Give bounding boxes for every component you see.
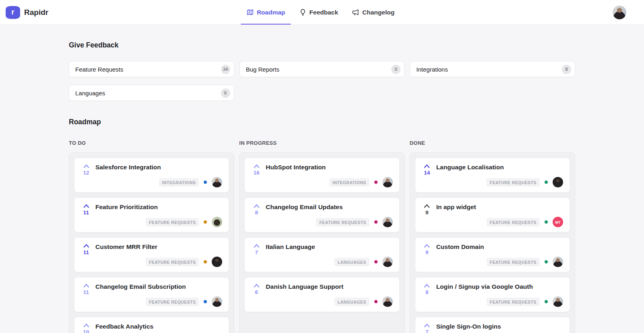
author-avatar: MT: [553, 217, 563, 227]
vote-count: 8: [425, 289, 429, 295]
board-card-languages[interactable]: Languages 6: [69, 85, 234, 101]
chevron-up-icon: [83, 163, 90, 169]
chevron-up-icon: [423, 323, 430, 328]
status-ring-icon: [545, 260, 548, 263]
board-card-feature-requests[interactable]: Feature Requests 34: [69, 61, 234, 77]
roadmap-card[interactable]: 6 Danish Language Support LANGUAGES: [244, 277, 399, 312]
upvote-button[interactable]: 14: [422, 163, 432, 176]
author-avatar: [382, 296, 393, 307]
kanban-column-to-do: 12 Salesforce Integration INTEGRATIONS 1…: [69, 152, 234, 333]
status-ring-icon: [204, 260, 207, 263]
board-count-badge: 0: [391, 65, 400, 74]
roadmap-card[interactable]: 9 Custom Domain FEATURE REQUESTS: [415, 237, 570, 272]
upvote-button[interactable]: 11: [81, 243, 91, 255]
card-title: Changelog Email Subscription: [95, 283, 186, 290]
vote-count: 7: [255, 249, 258, 255]
card-title: Single Sign-On logins: [436, 323, 501, 330]
status-ring-icon: [204, 220, 207, 224]
column-header-in-progress: IN PROGRESS: [239, 140, 405, 146]
roadmap-card[interactable]: 11 Changelog Email Subscription FEATURE …: [74, 277, 229, 312]
author-avatar: [553, 296, 563, 307]
author-avatar: [212, 217, 222, 227]
roadmap-card[interactable]: 12 Salesforce Integration INTEGRATIONS: [74, 158, 229, 193]
vote-count: 11: [83, 289, 89, 295]
roadmap-card[interactable]: 14 Language Localisation FEATURE REQUEST…: [415, 158, 570, 193]
board-tag: FEATURE REQUESTS: [487, 258, 540, 266]
nav-tab-roadmap[interactable]: Roadmap: [241, 0, 291, 25]
vote-count: 14: [424, 170, 430, 176]
card-title: Customer MRR Filter: [95, 243, 157, 251]
board-card-integrations[interactable]: Integrations 8: [410, 61, 575, 77]
chevron-up-icon: [253, 203, 260, 209]
board-tag: FEATURE REQUESTS: [316, 218, 369, 226]
author-avatar: [212, 296, 222, 307]
nav-tab-feedback[interactable]: Feedback: [293, 0, 344, 25]
status-ring-icon: [374, 181, 378, 184]
board-tag: FEATURE REQUESTS: [487, 178, 540, 187]
upvote-button[interactable]: 8: [251, 203, 262, 216]
board-tag: LANGUAGES: [334, 298, 369, 306]
upvote-button[interactable]: 11: [81, 283, 91, 295]
board-card-bug-reports[interactable]: Bug Reports 0: [239, 61, 405, 77]
vote-count: 6: [255, 289, 258, 295]
roadmap-card[interactable]: 11 Customer MRR Filter FEATURE REQUESTS: [74, 237, 229, 272]
upvote-button[interactable]: 9: [422, 243, 432, 255]
map-icon: [246, 8, 254, 16]
upvote-button[interactable]: 12: [81, 163, 91, 176]
card-title: Feature Prioritization: [95, 203, 158, 211]
card-title: Changelog Email Updates: [266, 203, 343, 211]
board-name: Integrations: [416, 66, 448, 73]
board-count-badge: 6: [221, 88, 230, 98]
vote-count: 8: [255, 210, 258, 216]
board-tag: FEATURE REQUESTS: [146, 258, 199, 266]
brand-name: Rapidr: [24, 8, 48, 17]
upvote-button[interactable]: 8: [422, 283, 432, 295]
chevron-up-icon: [423, 243, 430, 249]
chevron-up-icon: [83, 323, 90, 328]
status-ring-icon: [204, 181, 207, 184]
chevron-up-icon: [83, 243, 90, 249]
card-title: Italian Language: [266, 243, 315, 251]
roadmap-card[interactable]: 8 Login / Signup via Google Oauth FEATUR…: [415, 277, 570, 312]
roadmap-card[interactable]: 10 Feedback Analytics FEATURE REQUESTS: [74, 317, 229, 333]
vote-count: 7: [425, 329, 429, 333]
chevron-up-icon: [253, 163, 260, 169]
upvote-button[interactable]: 7: [251, 243, 262, 255]
vote-count: 10: [83, 329, 89, 333]
upvote-button[interactable]: 9: [422, 203, 432, 216]
status-ring-icon: [545, 220, 548, 224]
roadmap-card[interactable]: 11 Feature Prioritization FEATURE REQUES…: [74, 197, 229, 232]
kanban-column-headers: TO DOIN PROGRESSDONE: [69, 140, 575, 146]
card-title: Danish Language Support: [266, 283, 343, 290]
board-tag: FEATURE REQUESTS: [146, 298, 199, 306]
card-title: Language Localisation: [436, 163, 504, 171]
upvote-button[interactable]: 7: [422, 323, 432, 333]
chevron-up-icon: [423, 163, 430, 169]
board-tag: INTEGRATIONS: [329, 178, 369, 187]
board-tag: INTEGRATIONS: [159, 178, 199, 187]
vote-count: 11: [83, 210, 89, 216]
board-name: Feature Requests: [75, 66, 123, 73]
upvote-button[interactable]: 10: [81, 323, 91, 333]
profile-avatar[interactable]: [613, 6, 626, 19]
roadmap-card[interactable]: 9 In app widget FEATURE REQUESTS MT: [415, 197, 570, 232]
upvote-button[interactable]: 6: [251, 283, 262, 295]
column-header-to-do: TO DO: [69, 140, 234, 146]
top-nav: r Rapidr Roadmap Feedback Changelog: [0, 0, 644, 25]
column-header-done: DONE: [410, 140, 575, 146]
roadmap-card[interactable]: 7 Single Sign-On logins FEATURE REQUESTS: [415, 317, 570, 333]
roadmap-card[interactable]: 7 Italian Language LANGUAGES: [244, 237, 399, 272]
author-avatar: [553, 257, 563, 267]
upvote-button[interactable]: 11: [81, 203, 91, 216]
upvote-button[interactable]: 16: [251, 163, 262, 176]
kanban-column-in-progress: 16 HubSpot Integration INTEGRATIONS 8 Ch…: [239, 152, 405, 333]
status-ring-icon: [545, 181, 548, 184]
chevron-up-icon: [83, 203, 90, 209]
roadmap-card[interactable]: 16 HubSpot Integration INTEGRATIONS: [244, 158, 399, 193]
author-avatar: [382, 257, 393, 267]
roadmap-card[interactable]: 8 Changelog Email Updates FEATURE REQUES…: [244, 197, 399, 232]
brand: r Rapidr: [6, 6, 48, 19]
chevron-up-icon: [253, 283, 260, 288]
nav-tab-changelog[interactable]: Changelog: [346, 0, 400, 25]
vote-count: 12: [83, 170, 89, 176]
